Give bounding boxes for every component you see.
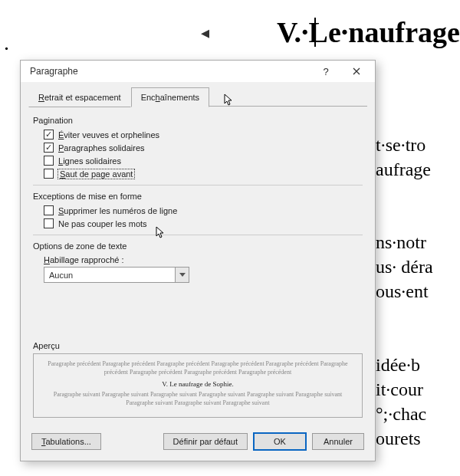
cancel-button[interactable]: Annuler bbox=[312, 433, 364, 450]
text-caret bbox=[314, 18, 316, 47]
preview-box: Paragraphe précédent Paragraphe précéden… bbox=[33, 353, 363, 418]
doc-paragraph: idée·b it·cour °;·chac ourets bbox=[376, 353, 460, 451]
insertion-triangle: ◂ bbox=[201, 23, 209, 43]
label-rest: abulations... bbox=[46, 437, 91, 446]
tab-label-rest: etrait et espacement bbox=[44, 93, 121, 102]
doc-dot: . bbox=[4, 31, 9, 55]
set-default-button[interactable]: Définir par défaut bbox=[163, 433, 248, 450]
checkbox-widow-orphan[interactable]: Éviter veuves et orphelines bbox=[33, 128, 363, 141]
checkbox-icon bbox=[44, 130, 54, 140]
chevron-down-icon bbox=[175, 268, 189, 282]
tab-line-breaks[interactable]: Enchaînements bbox=[131, 87, 209, 107]
close-button[interactable] bbox=[341, 61, 372, 81]
checkbox-icon bbox=[44, 156, 54, 166]
checkbox-keep-lines[interactable]: Lignes solidaires bbox=[33, 154, 363, 167]
label-text: Ne pas couper les mots bbox=[58, 219, 147, 228]
group-pagination: Pagination bbox=[33, 116, 363, 125]
dialog-titlebar: Paragraphe ? bbox=[21, 61, 375, 82]
select-value: Aucun bbox=[44, 271, 175, 280]
dialog-content: Pagination Éviter veuves et orphelines P… bbox=[21, 107, 375, 425]
preview-before: Paragraphe précédent Paragraphe précéden… bbox=[44, 360, 351, 377]
tight-wrap-select[interactable]: Aucun bbox=[44, 267, 189, 283]
label-rest: ignes solidaires bbox=[63, 156, 121, 166]
doc-heading: V.·Le·naufrage bbox=[277, 14, 460, 51]
tight-wrap-label: Habillage rapproché : bbox=[33, 254, 363, 267]
doc-paragraph: t·se·tro aufrage bbox=[376, 133, 460, 182]
checkbox-keep-with-next[interactable]: Paragraphes solidaires bbox=[33, 141, 363, 154]
preview-sample: V. Le naufrage de Sophie. bbox=[44, 379, 351, 389]
checkbox-icon bbox=[44, 169, 54, 179]
label-rest: upprimer les numéros de ligne bbox=[64, 206, 177, 215]
tab-strip: Retrait et espacement Enchaînements bbox=[21, 82, 375, 107]
tab-label-pre: Enc bbox=[141, 93, 156, 102]
label-rest: aragraphes solidaires bbox=[64, 143, 144, 153]
help-button[interactable]: ? bbox=[310, 61, 341, 81]
checkbox-suppress-line-numbers[interactable]: Supprimer les numéros de ligne bbox=[33, 204, 363, 217]
tabs-button[interactable]: Tabulations... bbox=[31, 433, 101, 450]
label-rest: aut de page avant bbox=[65, 169, 133, 179]
checkbox-dont-hyphenate[interactable]: Ne pas couper les mots bbox=[33, 217, 363, 230]
tab-label-accel: R bbox=[38, 93, 44, 102]
dialog-title: Paragraphe bbox=[30, 66, 310, 77]
doc-paragraph: ns·notr us· déra ous·ent bbox=[376, 230, 460, 304]
paragraph-dialog: Paragraphe ? Retrait et espacement Encha… bbox=[20, 60, 376, 461]
tab-label-rest: aînements bbox=[160, 93, 199, 102]
checkbox-page-break-before[interactable]: Saut de page avant bbox=[33, 167, 363, 180]
label-rest: abillage rapproché : bbox=[50, 255, 124, 264]
preview-after: Paragraphe suivant Paragraphe suivant Pa… bbox=[44, 391, 351, 408]
label-accel: H bbox=[44, 255, 50, 264]
checkbox-icon bbox=[44, 205, 54, 215]
group-exceptions: Exceptions de mise en forme bbox=[33, 192, 363, 201]
checkbox-icon bbox=[44, 143, 54, 153]
label-rest: viter veuves et orphelines bbox=[64, 130, 159, 140]
group-preview: Aperçu bbox=[33, 341, 363, 350]
close-icon bbox=[353, 67, 360, 75]
checkbox-icon bbox=[44, 218, 54, 228]
ok-button[interactable]: OK bbox=[254, 433, 306, 450]
group-textbox-options: Options de zone de texte bbox=[33, 241, 363, 251]
tab-indent-spacing[interactable]: Retrait et espacement bbox=[28, 87, 131, 107]
dialog-footer: Tabulations... Définir par défaut OK Ann… bbox=[21, 425, 375, 461]
